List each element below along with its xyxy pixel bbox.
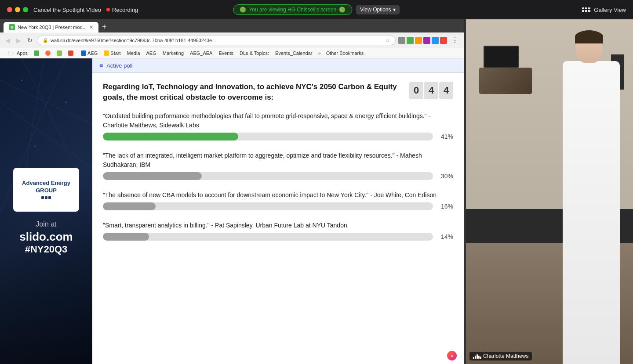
audio-bar-1: [473, 357, 474, 359]
bookmark-events-cal[interactable]: Events_Calendar: [273, 50, 314, 57]
reload-button[interactable]: ↻: [25, 36, 34, 45]
bookmark-gmail[interactable]: [66, 50, 77, 57]
close-button[interactable]: [7, 7, 12, 12]
apps-icon: ⋮⋮: [6, 50, 15, 56]
ext-icon-1[interactable]: [398, 37, 405, 44]
active-poll-bar: ≡ Active poll: [92, 58, 464, 73]
vote-digit-0: 0: [409, 82, 423, 99]
poll-option-2: "The lack of an integrated, intelligent …: [103, 151, 453, 180]
bookmark-aeg2[interactable]: AEG: [144, 50, 159, 57]
poll-option-4: "Smart, transparent analytics in billing…: [103, 221, 453, 241]
slido-url: slido.com: [19, 230, 73, 244]
url-bar[interactable]: 🔒 wall.sli.do/event/ke9750me?section=9c7…: [37, 36, 396, 45]
person-area: [519, 24, 629, 364]
poll-icon: ≡: [99, 62, 103, 69]
aeg-icon: [81, 50, 86, 56]
menu-button[interactable]: ⋮: [450, 35, 460, 45]
svg-line-1: [22, 58, 66, 146]
audio-bar-3: [477, 354, 478, 359]
viewing-banner: 🟢 You are viewing HG Chissell's screen 🟢: [233, 4, 352, 15]
option-1-text: "Outdated building performance methodolo…: [103, 112, 453, 130]
bookmarks-bar: ⋮⋮ Apps AEG Start: [0, 48, 464, 58]
option-1-pct: 41%: [437, 133, 453, 140]
audio-bar-4: [478, 356, 480, 359]
participant-video: Charlotte Matthews: [466, 19, 633, 364]
option-2-bar-row: 30%: [103, 172, 453, 180]
poll-option-3: "The absence of new CBA models to accoun…: [103, 191, 453, 210]
option-4-bar-track: [103, 233, 433, 241]
gmail-icon: [68, 50, 73, 56]
bookmark-more-button[interactable]: »: [316, 50, 323, 57]
active-poll-label: Active poll: [106, 62, 132, 69]
minimize-button[interactable]: [15, 7, 20, 12]
recording-badge: Recording: [106, 7, 138, 13]
tab-close-button[interactable]: ✕: [89, 25, 93, 30]
bookmark-other[interactable]: Other Bookmarks: [324, 50, 366, 57]
bookmark-events[interactable]: Events: [216, 50, 236, 57]
logo-dot: [41, 196, 44, 199]
traffic-lights: [7, 7, 28, 12]
option-1-bar-fill: [103, 133, 238, 141]
cancel-spotlight-button[interactable]: Cancel the Spotlight VIdeo: [33, 7, 101, 13]
bookmark-apps[interactable]: ⋮⋮ Apps: [4, 49, 30, 57]
browser-extensions: [398, 37, 447, 44]
vote-counter: 0 4 4: [409, 82, 453, 99]
svg-point-5: [21, 79, 23, 81]
bookmark-leaf[interactable]: [55, 50, 64, 57]
bookmark-start[interactable]: Start: [102, 50, 123, 57]
ext-icon-4[interactable]: [423, 37, 430, 44]
join-text: Join at: [36, 220, 56, 228]
option-2-bar-fill: [103, 172, 202, 180]
room-tv: [484, 46, 519, 68]
bookmark-media[interactable]: Media: [125, 50, 142, 57]
option-2-bar-track: [103, 172, 433, 180]
recording-dot: [106, 8, 110, 11]
new-tab-button[interactable]: +: [99, 22, 109, 32]
bookmark-aeg-aea[interactable]: AEG_AEA: [188, 50, 215, 57]
page-content: Advanced Energy GROUP Join at slido.com …: [0, 58, 464, 364]
poll-question-row: Regarding IoT, Technology and Innovation…: [103, 82, 453, 103]
option-4-bar-row: 14%: [103, 233, 453, 241]
poll-options: "Outdated building performance methodolo…: [103, 112, 453, 241]
lock-icon: 🔒: [43, 38, 48, 43]
svg-line-0: [0, 80, 92, 124]
option-3-text: "The absence of new CBA models to accoun…: [103, 191, 453, 200]
browser-tabs: S New York 20Q3 | Present mod... ✕ +: [4, 22, 460, 32]
bookmark-aeg[interactable]: AEG: [79, 50, 100, 57]
svg-point-7: [34, 145, 36, 147]
ext-icon-5[interactable]: [432, 37, 439, 44]
top-bar-left: Cancel the Spotlight VIdeo Recording: [7, 7, 138, 13]
ext-icon-3[interactable]: [415, 37, 422, 44]
poll-option-1: "Outdated building performance methodolo…: [103, 112, 453, 141]
ext-icon-6[interactable]: [440, 37, 447, 44]
logo-dot: [45, 196, 47, 199]
active-tab[interactable]: S New York 20Q3 | Present mod... ✕: [4, 22, 98, 32]
forward-button[interactable]: ▶: [15, 36, 23, 45]
tab-favicon: S: [9, 24, 15, 30]
bookmark-marketing[interactable]: Marketing: [160, 50, 186, 57]
viewing-label: You are viewing HG Chissell's screen: [249, 7, 336, 13]
slido-branding: s: [92, 347, 464, 364]
participant-panel: Charlotte Matthews: [466, 19, 633, 364]
bookmark-apps-label: Apps: [17, 50, 28, 56]
cancel-spotlight-label: Cancel the Spotlight VIdeo: [33, 7, 101, 13]
bookmark-slido[interactable]: [32, 50, 41, 57]
bookmark-circle[interactable]: [43, 50, 53, 57]
view-options-button[interactable]: View Options ▾: [356, 5, 400, 14]
option-3-bar-track: [103, 202, 433, 210]
back-button[interactable]: ◀: [4, 36, 12, 45]
slido-logo-icon: s: [447, 351, 457, 360]
gallery-view-button[interactable]: Gallery View: [582, 7, 626, 13]
browser-chrome: S New York 20Q3 | Present mod... ✕ +: [0, 19, 464, 32]
tab-title: New York 20Q3 | Present mod...: [18, 25, 87, 30]
main-area: S New York 20Q3 | Present mod... ✕ + ◀ ▶…: [0, 19, 633, 364]
poll-question: Regarding IoT, Technology and Innovation…: [103, 82, 400, 103]
slido-hashtag: #NY20Q3: [25, 244, 68, 255]
bookmark-dls[interactable]: DLs & Topics:: [237, 50, 271, 57]
ext-icon-2[interactable]: [407, 37, 414, 44]
person-body: [563, 61, 620, 364]
fullscreen-button[interactable]: [23, 7, 28, 12]
star-icon[interactable]: ☆: [385, 37, 390, 43]
view-options-label: View Options: [360, 7, 391, 13]
svg-line-3: [0, 102, 92, 168]
